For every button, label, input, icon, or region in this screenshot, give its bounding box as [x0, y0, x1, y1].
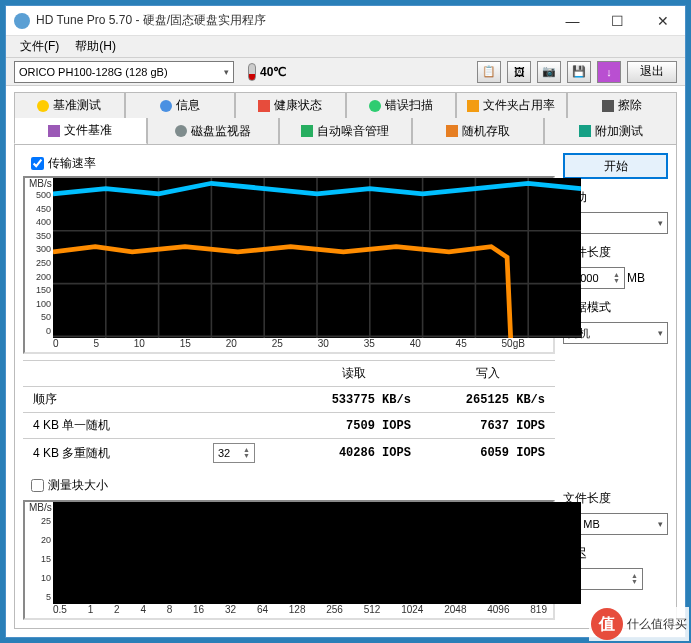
tab-health[interactable]: 健康状态: [235, 92, 346, 118]
copy-screenshot-button[interactable]: 🖼: [507, 61, 531, 83]
content-area: 传输速率 MB/s ms 500450400350300250200150100…: [14, 144, 677, 629]
watermark: 值 什么值得买: [589, 607, 689, 641]
drive-select-value: ORICO PH100-128G (128 gB): [19, 66, 168, 78]
tab-error-scan[interactable]: 错误扫描: [346, 92, 457, 118]
tab-random-access[interactable]: 随机存取: [412, 118, 545, 144]
tab-row-1: 基准测试 信息 健康状态 错误扫描 文件夹占用率 擦除: [14, 92, 677, 118]
temperature-value: 40℃: [260, 65, 286, 79]
tab-extra-tests[interactable]: 附加测试: [544, 118, 677, 144]
blocksize-chart: 读取 写入 MB/s 252015105 0.51248163264128256…: [23, 500, 555, 620]
tab-folder-usage[interactable]: 文件夹占用率: [456, 92, 567, 118]
app-window: HD Tune Pro 5.70 - 硬盘/固态硬盘实用程序 — ☐ ✕ 文件(…: [5, 5, 686, 638]
blocksize-checkbox[interactable]: [31, 479, 44, 492]
exit-button[interactable]: 退出: [627, 61, 677, 83]
menu-help[interactable]: 帮助(H): [67, 36, 124, 57]
result-row-sequential: 顺序533775 KB/s265125 KB/s: [23, 387, 555, 413]
transfer-rate-label: 传输速率: [48, 155, 96, 172]
tab-aam[interactable]: 自动噪音管理: [279, 118, 412, 144]
drive-select[interactable]: ORICO PH100-128G (128 gB)▾: [14, 61, 234, 83]
transfer-chart: MB/s ms 500450400350300250200150100500 5…: [23, 176, 555, 354]
result-row-4kb-single: 4 KB 单一随机7509 IOPS7637 IOPS: [23, 413, 555, 439]
blocksize-label: 测量块大小: [48, 477, 108, 494]
close-button[interactable]: ✕: [640, 6, 685, 36]
tab-row-2: 文件基准 磁盘监视器 自动噪音管理 随机存取 附加测试: [14, 118, 677, 144]
col-write: 写入: [421, 361, 555, 387]
options-button[interactable]: ↓: [597, 61, 621, 83]
tab-file-benchmark[interactable]: 文件基准: [14, 118, 147, 144]
result-row-4kb-multi: 4 KB 多重随机32▲▼40286 IOPS6059 IOPS: [23, 439, 555, 468]
results-table: 读取写入 顺序533775 KB/s265125 KB/s 4 KB 单一随机7…: [23, 360, 555, 467]
chart1-xaxis: 05101520253035404550gB: [25, 338, 553, 352]
chart1-yaxis-left: 500450400350300250200150100500: [25, 178, 53, 338]
screenshot-button[interactable]: 📷: [537, 61, 561, 83]
copy-info-button[interactable]: 📋: [477, 61, 501, 83]
watermark-logo: 值: [591, 608, 623, 640]
chart1-canvas: [53, 178, 581, 338]
temperature-display: 40℃: [248, 63, 286, 81]
tab-info[interactable]: 信息: [125, 92, 236, 118]
toolbar: ORICO PH100-128G (128 gB)▾ 40℃ 📋 🖼 📷 💾 ↓…: [6, 58, 685, 86]
chart2-xaxis: 0.51248163264128256512102420484096819: [25, 604, 553, 618]
window-title: HD Tune Pro 5.70 - 硬盘/固态硬盘实用程序: [36, 12, 550, 29]
chart2-canvas: [53, 502, 581, 604]
thermometer-icon: [248, 63, 256, 81]
tab-erase[interactable]: 擦除: [567, 92, 678, 118]
chart2-yaxis: 252015105: [25, 502, 53, 604]
maximize-button[interactable]: ☐: [595, 6, 640, 36]
titlebar: HD Tune Pro 5.70 - 硬盘/固态硬盘实用程序 — ☐ ✕: [6, 6, 685, 36]
tab-benchmark[interactable]: 基准测试: [14, 92, 125, 118]
save-button[interactable]: 💾: [567, 61, 591, 83]
start-button[interactable]: 开始: [563, 153, 668, 179]
app-icon: [14, 13, 30, 29]
tab-disk-monitor[interactable]: 磁盘监视器: [147, 118, 280, 144]
minimize-button[interactable]: —: [550, 6, 595, 36]
watermark-text: 什么值得买: [627, 616, 687, 633]
menubar: 文件(F) 帮助(H): [6, 36, 685, 58]
transfer-rate-checkbox[interactable]: [31, 157, 44, 170]
col-read: 读取: [287, 361, 421, 387]
filelen-unit: MB: [627, 271, 645, 285]
menu-file[interactable]: 文件(F): [12, 36, 67, 57]
threads-spinner[interactable]: 32▲▼: [213, 443, 255, 463]
